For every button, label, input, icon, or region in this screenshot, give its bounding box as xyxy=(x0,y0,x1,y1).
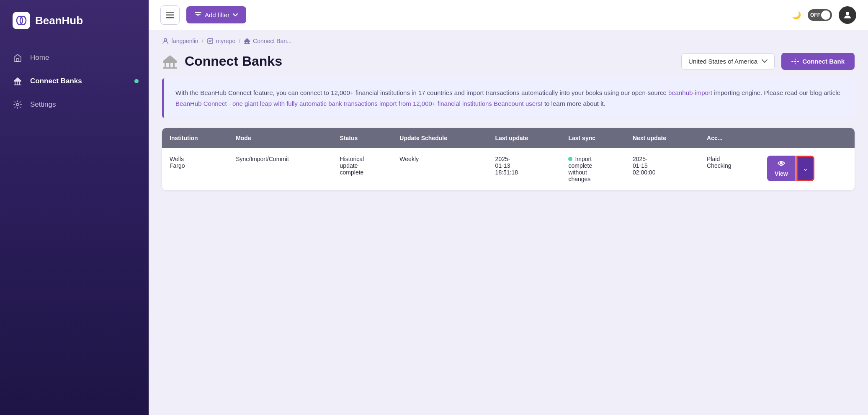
col-last-update: Last update xyxy=(488,128,561,148)
breadcrumb-user: fangpenlin xyxy=(162,38,198,44)
breadcrumb-page-label: Connect Ban... xyxy=(253,38,292,44)
dark-mode-toggle[interactable]: OFF xyxy=(808,9,832,21)
sidebar: BeanHub Home xyxy=(0,0,149,415)
moon-icon: 🌙 xyxy=(792,10,801,20)
breadcrumb-sep-2: / xyxy=(239,38,240,44)
cell-status: Historicalupdatecomplete xyxy=(332,148,392,190)
cell-institution: WellsFargo xyxy=(162,148,228,190)
view-button[interactable]: 👁 View xyxy=(767,156,796,181)
avatar[interactable] xyxy=(839,6,856,24)
info-box: With the BeanHub Connect feature, you ca… xyxy=(162,78,855,118)
col-actions xyxy=(760,128,855,148)
page-title-icon xyxy=(162,54,178,69)
svg-rect-20 xyxy=(244,43,250,44)
breadcrumb-sep-1: / xyxy=(202,38,203,44)
col-mode: Mode xyxy=(228,128,332,148)
topbar: Add filter 🌙 OFF xyxy=(149,0,868,30)
table-container: Institution Mode Status Update Schedule … xyxy=(162,128,855,190)
dropdown-chevron-button[interactable]: ⌄ xyxy=(796,156,814,181)
banks-table: Institution Mode Status Update Schedule … xyxy=(162,128,855,190)
breadcrumb: fangpenlin / myrepo / Connect Ban... xyxy=(149,30,868,49)
cell-last-update: 2025-01-1318:51:18 xyxy=(488,148,561,190)
topbar-right: 🌙 OFF xyxy=(792,6,856,24)
breadcrumb-repo: myrepo xyxy=(207,38,236,44)
svg-point-9 xyxy=(16,103,19,106)
col-account: Acc... xyxy=(699,128,760,148)
col-status: Status xyxy=(332,128,392,148)
svg-rect-4 xyxy=(15,82,15,85)
menu-button[interactable] xyxy=(160,5,180,25)
col-institution: Institution xyxy=(162,128,228,148)
info-text-3: to learn more about it. xyxy=(543,100,605,107)
connect-bank-label: Connect Bank xyxy=(802,58,845,65)
breadcrumb-user-label: fangpenlin xyxy=(171,38,198,44)
svg-rect-15 xyxy=(208,38,213,44)
add-filter-label: Add filter xyxy=(205,11,229,18)
info-link-1[interactable]: beanhub-import xyxy=(668,89,712,96)
sync-status-dot xyxy=(568,157,572,161)
logo-area: BeanHub xyxy=(0,0,149,42)
svg-rect-2 xyxy=(16,59,19,61)
svg-rect-26 xyxy=(163,67,177,69)
home-icon xyxy=(13,53,23,63)
col-next-update: Next update xyxy=(625,128,699,148)
cell-mode: Sync/Import/Commit xyxy=(228,148,332,190)
sidebar-item-label-settings: Settings xyxy=(30,100,56,109)
view-label: View xyxy=(775,170,788,177)
eye-icon: 👁 xyxy=(778,160,785,169)
cell-next-update: 2025-01-1502:00:00 xyxy=(625,148,699,190)
svg-point-14 xyxy=(164,38,167,41)
cell-actions: 👁 View ⌄ xyxy=(760,148,855,190)
logo-icon xyxy=(13,12,30,29)
svg-rect-3 xyxy=(14,81,21,82)
table-row: WellsFargo Sync/Import/Commit Historical… xyxy=(162,148,855,190)
svg-rect-23 xyxy=(165,63,166,68)
page-header: Connect Banks United States of America C… xyxy=(149,49,868,78)
toggle-label: OFF xyxy=(810,12,820,18)
svg-rect-5 xyxy=(17,82,18,85)
svg-rect-7 xyxy=(14,85,21,85)
add-filter-button[interactable]: Add filter xyxy=(186,6,246,23)
connect-bank-button[interactable]: Connect Bank xyxy=(781,53,855,70)
action-button-group: 👁 View ⌄ xyxy=(767,156,847,181)
info-text-2: importing engine. Please read our blog a… xyxy=(712,89,840,96)
page-title-area: Connect Banks xyxy=(162,54,282,69)
page-actions: United States of America Connect Bank xyxy=(681,53,855,70)
sidebar-item-settings[interactable]: Settings xyxy=(0,93,149,116)
logo-text: BeanHub xyxy=(35,14,83,27)
svg-rect-12 xyxy=(166,17,174,18)
main-content: Add filter 🌙 OFF fangpenlin / xyxy=(149,0,868,415)
cell-last-sync: Importcompletewithoutchanges xyxy=(561,148,625,190)
cell-account: PlaidChecking xyxy=(699,148,760,190)
page-title: Connect Banks xyxy=(185,54,282,69)
info-link-2[interactable]: BeanHub Connect - one giant leap with fu… xyxy=(175,100,543,107)
svg-marker-21 xyxy=(244,38,250,41)
cell-schedule: Weekly xyxy=(392,148,487,190)
breadcrumb-repo-label: myrepo xyxy=(216,38,236,44)
sidebar-nav: Home Connect Banks xyxy=(0,42,149,415)
sidebar-item-home[interactable]: Home xyxy=(0,46,149,69)
col-last-sync: Last sync xyxy=(561,128,625,148)
settings-icon xyxy=(13,100,23,110)
sidebar-item-label-connect-banks: Connect Banks xyxy=(30,77,82,85)
svg-rect-6 xyxy=(19,82,20,85)
breadcrumb-page: Connect Ban... xyxy=(244,38,292,44)
svg-marker-27 xyxy=(163,55,177,61)
sidebar-item-label-home: Home xyxy=(30,54,49,62)
bank-icon xyxy=(13,76,23,86)
svg-rect-11 xyxy=(166,14,174,15)
info-text-1: With the BeanHub Connect feature, you ca… xyxy=(175,89,668,96)
table-header-row: Institution Mode Status Update Schedule … xyxy=(162,128,855,148)
svg-rect-22 xyxy=(163,61,177,63)
sidebar-item-connect-banks[interactable]: Connect Banks xyxy=(0,69,149,93)
country-value: United States of America xyxy=(688,58,757,65)
col-update-schedule: Update Schedule xyxy=(392,128,487,148)
toggle-thumb xyxy=(821,10,830,20)
svg-rect-10 xyxy=(166,12,174,13)
page-content: fangpenlin / myrepo / Connect Ban... xyxy=(149,30,868,415)
active-dot xyxy=(134,79,139,83)
svg-point-13 xyxy=(846,12,849,15)
svg-marker-8 xyxy=(14,77,21,81)
country-select[interactable]: United States of America xyxy=(681,53,775,69)
svg-rect-16 xyxy=(244,41,250,42)
